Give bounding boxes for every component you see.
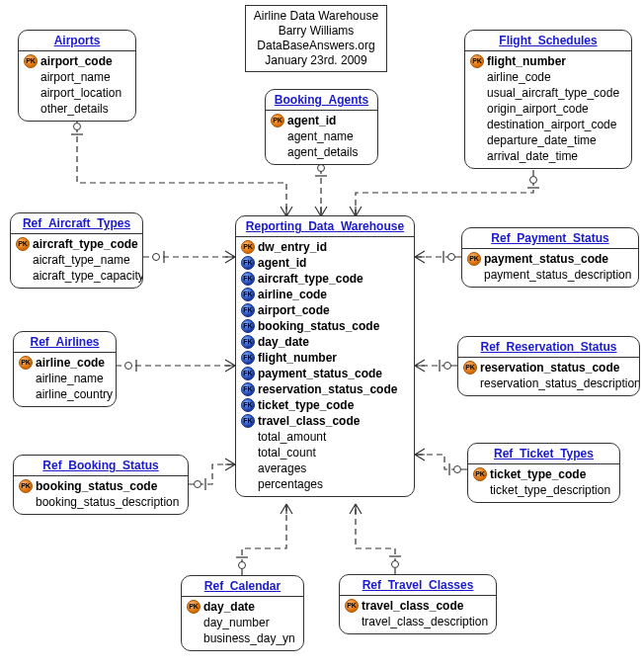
entity-ref-calendar: Ref_Calendar PKday_dateday_numberbusines… <box>181 575 304 651</box>
attribute-row: PKtravel_class_code <box>340 598 496 614</box>
attribute-name: reservation_status_description <box>478 376 640 391</box>
attribute-name: reservation_status_code <box>256 381 397 397</box>
attribute-row: FKflight_number <box>236 350 414 366</box>
attribute-row: FKairport_code <box>236 302 414 318</box>
attribute-row: PKdw_entry_id <box>236 239 414 255</box>
entity-body: PKtravel_class_codetravel_class_descript… <box>340 596 496 633</box>
attribute-row: travel_class_description <box>340 614 496 629</box>
pk-icon: PK <box>23 54 39 68</box>
entity-ref-airlines: Ref_Airlines PKairline_codeairline_namea… <box>13 331 117 407</box>
entity-title: Ref_Calendar <box>182 576 303 597</box>
attribute-row: origin_airport_code <box>465 101 631 117</box>
attribute-row: PKticket_type_code <box>468 466 619 482</box>
pk-icon: PK <box>466 252 482 266</box>
attribute-name: booking_status_description <box>34 494 179 510</box>
attribute-row: FKticket_type_code <box>236 397 414 413</box>
attribute-name: averages <box>256 460 306 476</box>
entity-title: Ref_Booking_Status <box>14 456 188 476</box>
entity-ref-reservation-status: Ref_Reservation_Status PKreservation_sta… <box>457 336 640 396</box>
info-line: January 23rd. 2009 <box>252 53 380 68</box>
attribute-row: FKreservation_status_code <box>236 381 414 397</box>
attribute-name: airport_code <box>256 302 330 318</box>
attribute-name: agent_name <box>285 128 354 144</box>
fk-icon: FK <box>240 288 256 301</box>
entity-ref-payment-status: Ref_Payment_Status PKpayment_status_code… <box>461 227 639 288</box>
entity-body: PKagent_idagent_nameagent_details <box>266 111 377 164</box>
entity-body: PKairline_codeairline_nameairline_countr… <box>14 353 116 406</box>
attribute-row: PKpayment_status_code <box>462 251 638 267</box>
attribute-name: airport_name <box>39 69 111 85</box>
attribute-name: agent_details <box>285 144 358 160</box>
entity-ref-aircraft-types: Ref_Aircraft_Types PKaircraft_type_codea… <box>10 212 143 289</box>
attribute-row: PKairport_code <box>19 53 135 69</box>
attribute-row: usual_aircraft_type_code <box>465 85 631 101</box>
entity-title: Ref_Travel_Classes <box>340 575 496 596</box>
attribute-name: payment_status_code <box>256 366 382 381</box>
attribute-name: departure_date_time <box>485 132 597 148</box>
attribute-row: PKagent_id <box>266 113 377 128</box>
attribute-name: aicraft_type_name <box>31 252 130 268</box>
attribute-row: ticket_type_description <box>468 482 619 498</box>
entity-body: PKaircraft_type_codeaicraft_type_nameaic… <box>11 234 142 288</box>
attribute-row: PKaircraft_type_code <box>11 236 142 252</box>
fk-icon: FK <box>240 351 256 365</box>
attribute-name: payment_status_description <box>482 267 631 283</box>
attribute-name: airline_code <box>256 287 327 302</box>
attribute-name: travel_class_code <box>360 598 463 614</box>
pk-icon: PK <box>462 361 478 375</box>
fk-icon: FK <box>240 398 256 412</box>
attribute-row: total_amount <box>236 429 414 445</box>
entity-title: Airports <box>19 31 135 51</box>
attribute-name: booking_status_code <box>34 478 157 494</box>
attribute-row: agent_name <box>266 128 377 144</box>
attribute-name: flight_number <box>256 350 337 366</box>
attribute-name: ticket_type_code <box>488 466 586 482</box>
entity-title: Ref_Reservation_Status <box>458 337 639 358</box>
attribute-row: booking_status_description <box>14 494 188 510</box>
attribute-name: reservation_status_code <box>478 360 619 376</box>
attribute-row: payment_status_description <box>462 267 638 283</box>
diagram-info-box: Airline Data Warehouse Barry Williams Da… <box>245 5 387 72</box>
attribute-row: FKagent_id <box>236 255 414 271</box>
fk-icon: FK <box>240 272 256 286</box>
attribute-name: aircraft_type_code <box>31 236 138 252</box>
attribute-row: PKday_date <box>182 599 303 615</box>
attribute-name: dw_entry_id <box>256 239 327 255</box>
attribute-name: total_amount <box>256 429 326 445</box>
attribute-row: FKday_date <box>236 334 414 350</box>
attribute-name: destination_airport_code <box>485 117 616 132</box>
attribute-name: booking_status_code <box>256 318 379 334</box>
entity-body: PKpayment_status_codepayment_status_desc… <box>462 249 638 287</box>
attribute-name: ticket_type_code <box>256 397 354 413</box>
attribute-row: FKpayment_status_code <box>236 366 414 381</box>
attribute-name: agent_id <box>256 255 306 271</box>
attribute-row: PKflight_number <box>465 53 631 69</box>
pk-icon: PK <box>344 599 360 613</box>
entity-title: Booking_Agents <box>266 90 377 111</box>
entity-title: Ref_Aircraft_Types <box>11 213 142 234</box>
fk-icon: FK <box>240 367 256 380</box>
attribute-row: business_day_yn <box>182 630 303 646</box>
attribute-name: percentages <box>256 476 323 492</box>
entity-title: Ref_Airlines <box>14 332 116 353</box>
attribute-name: flight_number <box>485 53 566 69</box>
attribute-row: departure_date_time <box>465 132 631 148</box>
attribute-row: aicraft_type_name <box>11 252 142 268</box>
pk-icon: PK <box>18 356 34 370</box>
attribute-row: percentages <box>236 476 414 492</box>
attribute-name: aicraft_type_capacity <box>31 268 143 284</box>
attribute-name: airport_location <box>39 85 121 101</box>
entity-flight-schedules: Flight_Schedules PKflight_numberairline_… <box>464 30 632 169</box>
entity-title: Ref_Ticket_Types <box>468 444 619 464</box>
attribute-name: origin_airport_code <box>485 101 589 117</box>
attribute-row: agent_details <box>266 144 377 160</box>
pk-icon: PK <box>240 240 256 254</box>
attribute-row: FKairline_code <box>236 287 414 302</box>
attribute-row: destination_airport_code <box>465 117 631 132</box>
fk-icon: FK <box>240 319 256 333</box>
entity-body: PKairport_codeairport_nameairport_locati… <box>19 51 135 121</box>
pk-icon: PK <box>472 467 488 481</box>
attribute-name: day_number <box>201 615 270 630</box>
attribute-name: ticket_type_description <box>488 482 610 498</box>
attribute-name: day_date <box>201 599 255 615</box>
